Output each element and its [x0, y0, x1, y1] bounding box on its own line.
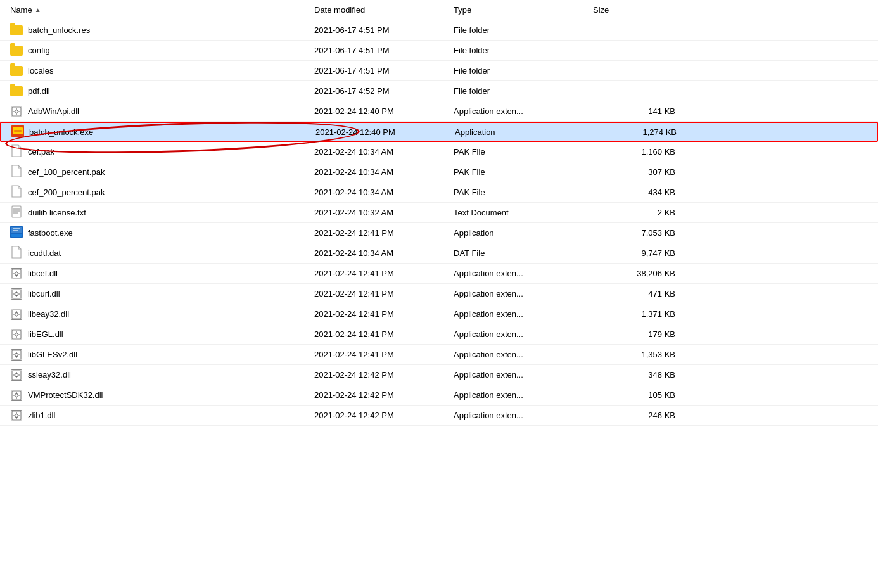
- file-name-cell: config: [10, 44, 314, 57]
- file-name-cell: libGLESv2.dll: [10, 348, 314, 361]
- svg-rect-14: [11, 227, 22, 233]
- file-date: 2021-02-24 12:42 PM: [314, 390, 454, 400]
- file-size: 1,371 KB: [593, 309, 688, 319]
- table-row[interactable]: cef.pak2021-02-24 10:34 AMPAK File1,160 …: [0, 142, 878, 162]
- table-row[interactable]: icudtl.dat2021-02-24 10:34 AMDAT File9,7…: [0, 243, 878, 264]
- file-name-cell: cef.pak: [10, 146, 314, 158]
- table-row[interactable]: VMProtectSDK32.dll2021-02-24 12:42 PMApp…: [0, 385, 878, 406]
- table-row[interactable]: batch_unlock.res2021-06-17 4:51 PMFile f…: [0, 20, 878, 41]
- file-date: 2021-02-24 12:41 PM: [314, 329, 454, 339]
- col-header-date[interactable]: Date modified: [314, 5, 454, 15]
- dll-icon: [10, 409, 23, 422]
- file-name: zlib1.dll: [28, 411, 55, 420]
- file-date: 2021-06-17 4:51 PM: [314, 66, 454, 75]
- table-row[interactable]: libcef.dll2021-02-24 12:41 PMApplication…: [0, 264, 878, 284]
- file-date: 2021-02-24 12:41 PM: [314, 228, 454, 238]
- file-type: Application exten...: [454, 370, 593, 380]
- file-date: 2021-02-24 10:34 AM: [314, 248, 454, 258]
- file-type: Application exten...: [454, 269, 593, 278]
- table-row[interactable]: libcurl.dll2021-02-24 12:41 PMApplicatio…: [0, 284, 878, 304]
- file-type: File folder: [454, 46, 593, 55]
- file-name-cell: batch_unlock.res: [10, 24, 314, 37]
- table-row[interactable]: locales2021-06-17 4:51 PMFile folder: [0, 61, 878, 81]
- file-type: Application exten...: [454, 106, 593, 116]
- file-name: cef.pak: [28, 147, 54, 157]
- dll-icon: [10, 389, 23, 402]
- table-row[interactable]: zlib1.dll2021-02-24 12:42 PMApplication …: [0, 406, 878, 426]
- svg-rect-8: [14, 130, 22, 132]
- file-name-cell: AdbWinApi.dll: [10, 105, 314, 118]
- col-date-label: Date modified: [314, 5, 365, 15]
- file-icon: [10, 166, 23, 179]
- file-date: 2021-02-24 10:34 AM: [314, 147, 454, 157]
- file-name: AdbWinApi.dll: [28, 106, 79, 116]
- file-name-cell: batch_unlock.exe: [11, 125, 315, 138]
- file-name: duilib license.txt: [28, 208, 86, 217]
- file-name: ssleay32.dll: [28, 370, 71, 380]
- table-row[interactable]: batch_unlock.exe2021-02-24 12:40 PMAppli…: [0, 122, 878, 142]
- dll-icon: [10, 348, 23, 361]
- file-size: 9,747 KB: [593, 248, 688, 258]
- file-type: Application exten...: [454, 350, 593, 359]
- col-name-label: Name: [10, 5, 32, 15]
- file-type: File folder: [454, 66, 593, 75]
- file-type: Application exten...: [454, 329, 593, 339]
- table-row[interactable]: fastboot.exe2021-02-24 12:41 PMApplicati…: [0, 223, 878, 243]
- col-size-label: Size: [593, 5, 609, 15]
- col-header-size[interactable]: Size: [593, 5, 688, 15]
- dll-icon: [10, 369, 23, 381]
- file-size: 246 KB: [593, 411, 688, 420]
- file-size: 307 KB: [593, 167, 688, 177]
- file-name: cef_200_percent.pak: [28, 188, 105, 197]
- table-row[interactable]: libEGL.dll2021-02-24 12:41 PMApplication…: [0, 324, 878, 345]
- table-row[interactable]: pdf.dll2021-06-17 4:52 PMFile folder: [0, 81, 878, 101]
- file-size: 2 KB: [593, 208, 688, 217]
- file-icon: [10, 146, 23, 158]
- table-row[interactable]: AdbWinApi.dll2021-02-24 12:40 PMApplicat…: [0, 101, 878, 122]
- file-explorer: Name ▲ Date modified Type Size batch_unl…: [0, 0, 878, 426]
- file-type: Application: [455, 127, 594, 137]
- file-size: 434 KB: [593, 188, 688, 197]
- table-row[interactable]: libGLESv2.dll2021-02-24 12:41 PMApplicat…: [0, 345, 878, 365]
- file-name: icudtl.dat: [28, 248, 61, 258]
- col-header-name[interactable]: Name ▲: [10, 5, 314, 15]
- dll-icon: [10, 328, 23, 341]
- file-name: libcef.dll: [28, 269, 58, 278]
- file-date: 2021-02-24 10:34 AM: [314, 167, 454, 177]
- file-date: 2021-06-17 4:51 PM: [314, 25, 454, 35]
- file-date: 2021-02-24 12:42 PM: [314, 370, 454, 380]
- file-size: 1,160 KB: [593, 147, 688, 157]
- file-type: DAT File: [454, 248, 593, 258]
- file-name: libcurl.dll: [28, 289, 60, 298]
- file-date: 2021-06-17 4:52 PM: [314, 86, 454, 96]
- table-row[interactable]: config2021-06-17 4:51 PMFile folder: [0, 41, 878, 61]
- file-name: cef_100_percent.pak: [28, 167, 105, 177]
- file-date: 2021-02-24 12:41 PM: [314, 350, 454, 359]
- table-row[interactable]: ssleay32.dll2021-02-24 12:42 PMApplicati…: [0, 365, 878, 385]
- table-row[interactable]: cef_100_percent.pak2021-02-24 10:34 AMPA…: [0, 162, 878, 182]
- file-date: 2021-02-24 12:40 PM: [314, 106, 454, 116]
- dll-icon: [10, 105, 23, 118]
- file-date: 2021-06-17 4:51 PM: [314, 46, 454, 55]
- sort-arrow-icon: ▲: [35, 6, 41, 13]
- file-name: batch_unlock.res: [28, 25, 90, 35]
- exe-batch-icon: [11, 125, 24, 138]
- file-size: 1,274 KB: [594, 127, 689, 137]
- file-name: fastboot.exe: [28, 228, 73, 238]
- exe-fastboot-icon: [10, 227, 23, 240]
- file-size: 1,353 KB: [593, 350, 688, 359]
- file-type: PAK File: [454, 167, 593, 177]
- folder-icon: [10, 65, 23, 77]
- txt-icon: [10, 207, 23, 219]
- table-row[interactable]: libeay32.dll2021-02-24 12:41 PMApplicati…: [0, 304, 878, 324]
- file-name: batch_unlock.exe: [29, 127, 93, 137]
- file-date: 2021-02-24 12:42 PM: [314, 411, 454, 420]
- col-header-type[interactable]: Type: [454, 5, 593, 15]
- table-row[interactable]: duilib license.txt2021-02-24 10:32 AMTex…: [0, 203, 878, 223]
- table-header: Name ▲ Date modified Type Size: [0, 0, 878, 20]
- file-type: PAK File: [454, 188, 593, 197]
- table-row[interactable]: cef_200_percent.pak2021-02-24 10:34 AMPA…: [0, 182, 878, 203]
- file-name-cell: libcef.dll: [10, 267, 314, 280]
- file-name-cell: duilib license.txt: [10, 207, 314, 219]
- folder-icon: [10, 24, 23, 37]
